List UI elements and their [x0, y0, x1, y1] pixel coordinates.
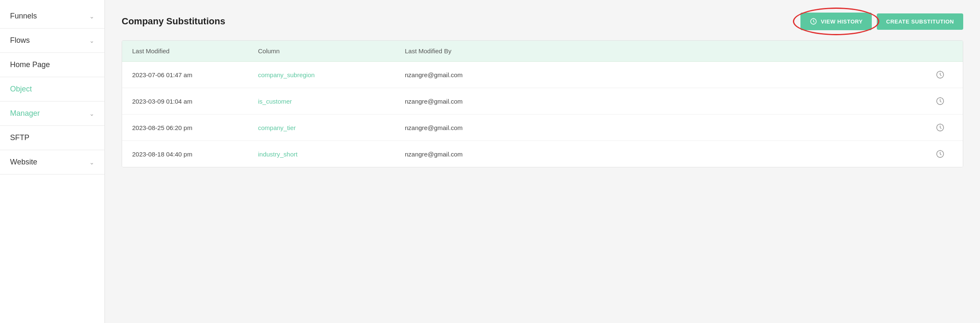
table-header: Last Modified Column Last Modified By: [122, 41, 963, 62]
chevron-down-icon: ⌄: [89, 13, 94, 20]
sidebar-item-label: Funnels: [10, 12, 37, 21]
sidebar-item-homepage[interactable]: Home Page: [0, 53, 104, 77]
main-content: Company Substitutions VIEW HISTORY CREAT…: [105, 0, 980, 323]
col-actions: [928, 47, 953, 55]
sidebar-item-flows[interactable]: Flows ⌄: [0, 29, 104, 53]
sidebar-item-label: Website: [10, 158, 37, 167]
cell-column-link[interactable]: company_tier: [258, 124, 405, 131]
sidebar-item-label: Home Page: [10, 60, 50, 69]
sidebar: Funnels ⌄ Flows ⌄ Home Page Object Manag…: [0, 0, 105, 323]
col-column: Column: [258, 47, 405, 55]
row-history-button[interactable]: [928, 70, 953, 79]
cell-column-link[interactable]: company_subregion: [258, 71, 405, 78]
create-substitution-label: CREATE SUBSTITUTION: [886, 18, 954, 25]
sidebar-item-label: SFTP: [10, 133, 29, 142]
table-row: 2023-08-18 04:40 pm industry_short nzang…: [122, 141, 963, 167]
cell-column-link[interactable]: industry_short: [258, 151, 405, 158]
view-history-label: VIEW HISTORY: [821, 18, 863, 25]
row-history-button[interactable]: [928, 96, 953, 106]
cell-last-modified: 2023-03-09 01:04 am: [132, 98, 258, 105]
cell-last-modified: 2023-08-25 06:20 pm: [132, 124, 258, 131]
cell-last-modified-by: nzangre@gmail.com: [405, 98, 928, 105]
sidebar-item-manager[interactable]: Manager ⌄: [0, 102, 104, 126]
sidebar-item-funnels[interactable]: Funnels ⌄: [0, 4, 104, 29]
chevron-down-icon: ⌄: [89, 110, 94, 117]
chevron-down-icon: ⌄: [89, 159, 94, 166]
sidebar-item-website[interactable]: Website ⌄: [0, 150, 104, 175]
table-row: 2023-08-25 06:20 pm company_tier nzangre…: [122, 115, 963, 141]
col-last-modified-by: Last Modified By: [405, 47, 928, 55]
cell-last-modified-by: nzangre@gmail.com: [405, 124, 928, 131]
cell-last-modified-by: nzangre@gmail.com: [405, 151, 928, 158]
clock-icon: [810, 18, 817, 25]
cell-column-link[interactable]: is_customer: [258, 98, 405, 105]
page-title: Company Substitutions: [122, 16, 225, 27]
view-history-button[interactable]: VIEW HISTORY: [800, 13, 872, 30]
chevron-down-icon: ⌄: [89, 37, 94, 44]
view-history-wrapper: VIEW HISTORY: [800, 13, 872, 30]
substitutions-table: Last Modified Column Last Modified By 20…: [122, 40, 963, 167]
row-history-button[interactable]: [928, 123, 953, 132]
sidebar-item-label: Manager: [10, 109, 40, 118]
sidebar-item-label: Flows: [10, 36, 30, 45]
cell-last-modified: 2023-08-18 04:40 pm: [132, 151, 258, 158]
header-row: Company Substitutions VIEW HISTORY CREAT…: [122, 13, 963, 30]
sidebar-item-label: Object: [10, 85, 32, 94]
create-substitution-button[interactable]: CREATE SUBSTITUTION: [877, 13, 963, 30]
table-row: 2023-03-09 01:04 am is_customer nzangre@…: [122, 88, 963, 115]
cell-last-modified: 2023-07-06 01:47 am: [132, 71, 258, 78]
row-history-button[interactable]: [928, 149, 953, 159]
header-buttons: VIEW HISTORY CREATE SUBSTITUTION: [800, 13, 963, 30]
sidebar-item-sftp[interactable]: SFTP: [0, 126, 104, 150]
sidebar-item-object[interactable]: Object: [0, 77, 104, 102]
cell-last-modified-by: nzangre@gmail.com: [405, 71, 928, 78]
col-last-modified: Last Modified: [132, 47, 258, 55]
table-row: 2023-07-06 01:47 am company_subregion nz…: [122, 62, 963, 88]
